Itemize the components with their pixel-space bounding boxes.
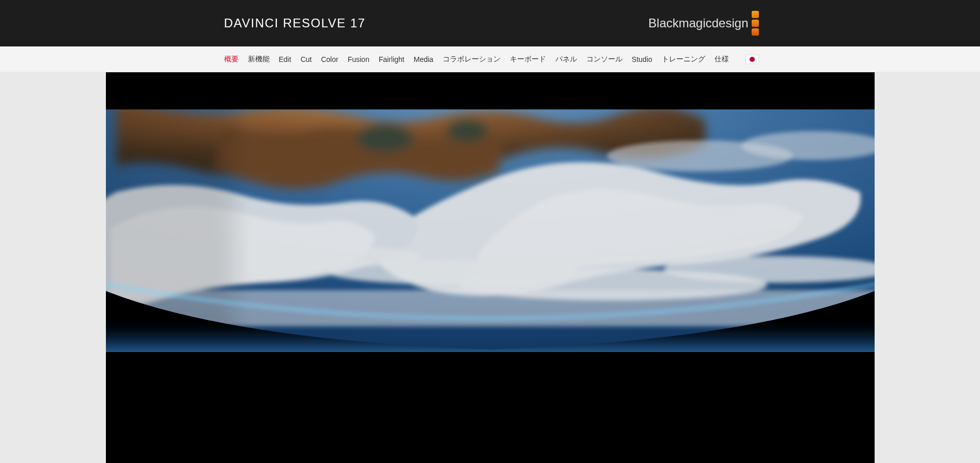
top-header-inner: DAVINCI RESOLVE 17 Blackmagicdesign <box>87 11 893 36</box>
nav-item-keyboard[interactable]: キーボード <box>510 55 546 64</box>
nav-items: 概要 新機能 Edit Cut Color Fusion Fairlight M… <box>224 46 729 72</box>
nav-item-training[interactable]: トレーニング <box>662 55 705 64</box>
nav-item-cut[interactable]: Cut <box>301 55 312 63</box>
nav-item-fairlight[interactable]: Fairlight <box>379 55 405 63</box>
nav-item-fusion[interactable]: Fusion <box>348 55 369 63</box>
brand-logo-link[interactable]: Blackmagicdesign <box>648 11 758 36</box>
nav-item-specs[interactable]: 仕様 <box>714 55 729 64</box>
japan-flag-icon <box>750 57 755 62</box>
brand-text-b: design <box>712 16 749 30</box>
sub-navigation-inner: 概要 新機能 Edit Cut Color Fusion Fairlight M… <box>87 46 893 72</box>
nav-item-edit[interactable]: Edit <box>279 55 291 63</box>
hero-section <box>0 72 980 463</box>
nav-item-color[interactable]: Color <box>321 55 338 63</box>
brand-logo-text: Blackmagicdesign <box>648 16 748 30</box>
earth-from-space-image <box>106 109 875 352</box>
nav-item-overview[interactable]: 概要 <box>224 55 239 64</box>
brand-text-a: Blackmagic <box>648 16 712 30</box>
nav-item-studio[interactable]: Studio <box>632 55 652 63</box>
nav-item-panel[interactable]: パネル <box>555 55 577 64</box>
language-selector-japan[interactable] <box>745 55 759 64</box>
brand-squares-icon <box>752 11 759 36</box>
nav-item-collaboration[interactable]: コラボレーション <box>443 55 501 64</box>
nav-item-media[interactable]: Media <box>414 55 433 63</box>
product-title: DAVINCI RESOLVE 17 <box>224 16 366 30</box>
nav-item-new-features[interactable]: 新機能 <box>248 55 270 64</box>
sub-navigation: 概要 新機能 Edit Cut Color Fusion Fairlight M… <box>0 46 980 72</box>
hero-video-frame <box>106 72 875 463</box>
top-header: DAVINCI RESOLVE 17 Blackmagicdesign <box>0 0 980 46</box>
nav-item-console[interactable]: コンソール <box>586 55 623 64</box>
